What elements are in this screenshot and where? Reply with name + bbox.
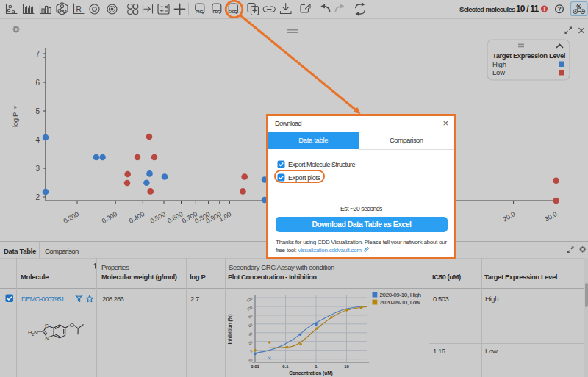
svg-text:10: 10 [344,365,349,369]
svg-text:100: 100 [245,305,253,312]
svg-text:40: 40 [248,331,254,337]
svg-text:Concentration (uM): Concentration (uM) [289,370,333,376]
svg-text:Inhibition (%): Inhibition (%) [227,314,233,344]
svg-text:PDF: PDF [212,10,220,14]
svg-text:EXCEL: EXCEL [229,10,239,14]
svg-text:4: 4 [35,136,40,144]
svg-text:0: 0 [249,348,254,353]
svg-text:R: R [76,5,82,13]
svg-text:3: 3 [35,165,40,173]
svg-text:0.01: 0.01 [251,365,259,369]
svg-text:N: N [45,335,49,342]
svg-text:PNG: PNG [196,10,204,14]
svg-text:?: ? [557,5,561,12]
svg-text:log P: log P [11,112,19,127]
svg-text:Low: Low [492,68,505,76]
svg-text:0.500: 0.500 [148,210,167,225]
svg-text:20: 20 [248,340,254,345]
svg-text:0.400: 0.400 [128,210,146,225]
svg-text:20.0: 20.0 [501,210,516,223]
svg-text:0.200: 0.200 [62,210,80,225]
svg-text:1: 1 [315,365,318,369]
svg-text:0.300: 0.300 [101,210,119,225]
svg-text:-20: -20 [246,357,253,364]
svg-text:2: 2 [35,193,40,201]
svg-text:N: N [34,329,38,336]
svg-text:120: 120 [245,296,253,303]
svg-text:7: 7 [35,50,40,58]
svg-text:0.1: 0.1 [282,365,289,369]
svg-text:80: 80 [248,313,254,319]
svg-text:30.0: 30.0 [543,210,558,223]
svg-text:High: High [492,60,506,68]
svg-text:S: S [45,323,49,329]
svg-text:2020-09-10, High: 2020-09-10, High [380,292,421,298]
svg-text:6: 6 [35,79,40,87]
svg-text:2020-09-10, Low: 2020-09-10, Low [380,299,420,306]
svg-text:!: ! [543,6,545,12]
svg-text:O: O [70,322,74,328]
svg-text:60: 60 [248,322,254,328]
svg-text:Target Expression Level: Target Expression Level [492,51,565,60]
svg-text:5: 5 [35,107,40,115]
